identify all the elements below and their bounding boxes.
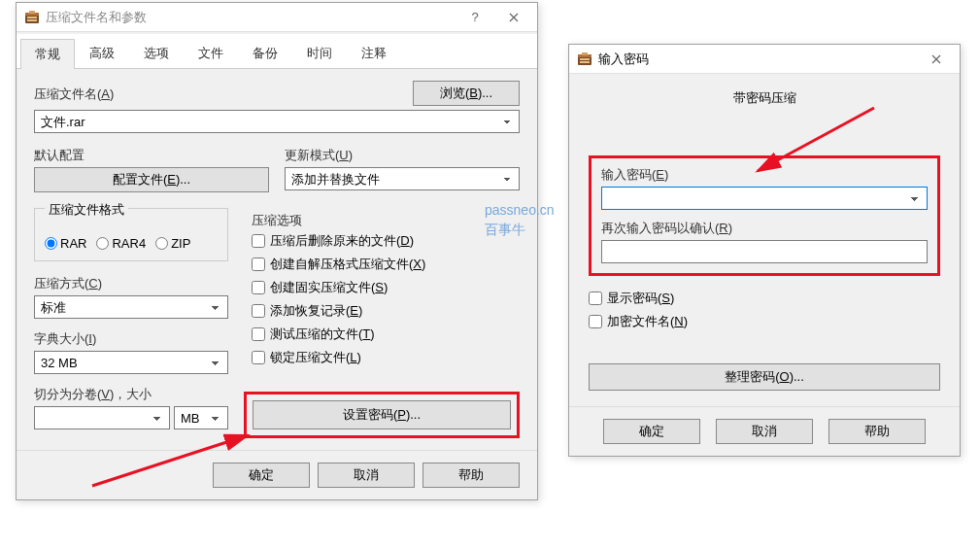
dialog-buttons: 确定 取消 帮助	[17, 451, 537, 499]
format-rar[interactable]: RAR	[45, 236, 86, 251]
update-mode-combo[interactable]: 添加并替换文件	[285, 167, 520, 190]
tab-advanced[interactable]: 高级	[75, 38, 129, 68]
set-password-button[interactable]: 设置密码(P)...	[253, 400, 511, 429]
ok-button[interactable]: 确定	[603, 419, 700, 444]
svg-rect-3	[27, 17, 37, 18]
titlebar: 输入密码	[569, 45, 960, 74]
opt-delete[interactable]: 压缩后删除原来的文件(D)	[252, 232, 520, 250]
close-button[interactable]	[917, 46, 956, 73]
format-rar4[interactable]: RAR4	[96, 236, 146, 251]
opt-test[interactable]: 测试压缩的文件(T)	[252, 326, 520, 343]
tab-files[interactable]: 文件	[184, 38, 238, 68]
tab-comment[interactable]: 注释	[347, 38, 401, 68]
dialog-title: 压缩文件名和参数	[46, 9, 456, 26]
split-size-combo[interactable]	[34, 406, 170, 429]
profile-label: 默认配置	[34, 147, 269, 164]
svg-rect-8	[580, 58, 590, 60]
method-combo[interactable]: 标准	[34, 295, 228, 319]
profile-button[interactable]: 配置文件(E)...	[34, 167, 269, 192]
dict-label: 字典大小(I)	[34, 330, 228, 348]
method-label: 压缩方式(C)	[34, 275, 228, 292]
password-content: 带密码压缩 输入密码(E) 再次输入密码以确认(R) 显示密码(S) 加密文件名…	[569, 74, 960, 398]
format-zip[interactable]: ZIP	[155, 236, 190, 251]
confirm-password-label: 再次输入密码以确认(R)	[601, 220, 928, 237]
cancel-button[interactable]: 取消	[716, 419, 813, 444]
enter-password-label: 输入密码(E)	[601, 166, 928, 184]
tab-strip: 常规 高级 选项 文件 备份 时间 注释	[17, 34, 537, 69]
opt-sfx[interactable]: 创建自解压格式压缩文件(X)	[252, 256, 520, 273]
archive-dialog: 压缩文件名和参数 ? 常规 高级 选项 文件 备份 时间 注释 压缩文件名(A)…	[16, 2, 538, 500]
dict-combo[interactable]: 32 MB	[34, 351, 228, 374]
winrar-icon	[577, 51, 592, 67]
tab-options[interactable]: 选项	[129, 38, 184, 68]
highlight-set-password: 设置密码(P)...	[244, 392, 520, 438]
organize-passwords-button[interactable]: 整理密码(O)...	[589, 363, 940, 391]
tab-backup[interactable]: 备份	[238, 38, 292, 68]
options-group: 压缩选项 压缩后删除原来的文件(D) 创建自解压格式压缩文件(X) 创建固实压缩…	[244, 208, 520, 366]
tab-time[interactable]: 时间	[292, 38, 347, 68]
show-password-check[interactable]: 显示密码(S)	[589, 290, 940, 307]
help-button[interactable]: 帮助	[828, 419, 926, 444]
ok-button[interactable]: 确定	[213, 463, 310, 488]
confirm-password-input[interactable]	[601, 240, 928, 263]
format-label: 压缩文件格式	[45, 201, 128, 219]
filename-combo[interactable]: 文件.rar	[34, 110, 520, 133]
password-dialog: 输入密码 带密码压缩 输入密码(E) 再次输入密码以确认(R) 显示密码(S) …	[568, 44, 961, 457]
password-combo[interactable]	[601, 187, 928, 210]
filename-label: 压缩文件名(A)	[34, 86, 405, 103]
opt-recovery[interactable]: 添加恢复记录(E)	[252, 302, 520, 320]
tab-general[interactable]: 常规	[20, 39, 75, 69]
browse-button[interactable]: 浏览(B)...	[413, 81, 520, 106]
encrypt-names-check[interactable]: 加密文件名(N)	[589, 313, 940, 330]
dialog-buttons: 确定 取消 帮助	[569, 407, 960, 456]
close-button[interactable]	[494, 4, 533, 31]
tab-content: 压缩文件名(A) 浏览(B)... 文件.rar 默认配置 配置文件(E)...…	[17, 69, 537, 450]
svg-rect-7	[582, 52, 588, 55]
opt-solid[interactable]: 创建固实压缩文件(S)	[252, 279, 520, 296]
split-unit-combo[interactable]: MB	[174, 406, 228, 429]
winrar-icon	[24, 10, 40, 25]
svg-rect-9	[580, 61, 590, 63]
help-button[interactable]: 帮助	[422, 463, 520, 488]
update-mode-label: 更新模式(U)	[285, 147, 520, 164]
options-label: 压缩选项	[252, 212, 520, 229]
split-label: 切分为分卷(V)，大小	[34, 386, 228, 403]
header-text: 带密码压缩	[589, 89, 940, 107]
cancel-button[interactable]: 取消	[318, 463, 415, 488]
help-button[interactable]: ?	[456, 4, 494, 31]
svg-rect-2	[29, 11, 35, 14]
dialog-title: 输入密码	[598, 51, 917, 68]
format-group: 压缩文件格式 RAR RAR4 ZIP	[34, 208, 228, 261]
titlebar: 压缩文件名和参数 ?	[17, 3, 537, 32]
svg-rect-4	[27, 19, 37, 21]
opt-lock[interactable]: 锁定压缩文件(L)	[252, 349, 520, 366]
highlight-password-fields: 输入密码(E) 再次输入密码以确认(R)	[589, 155, 940, 276]
